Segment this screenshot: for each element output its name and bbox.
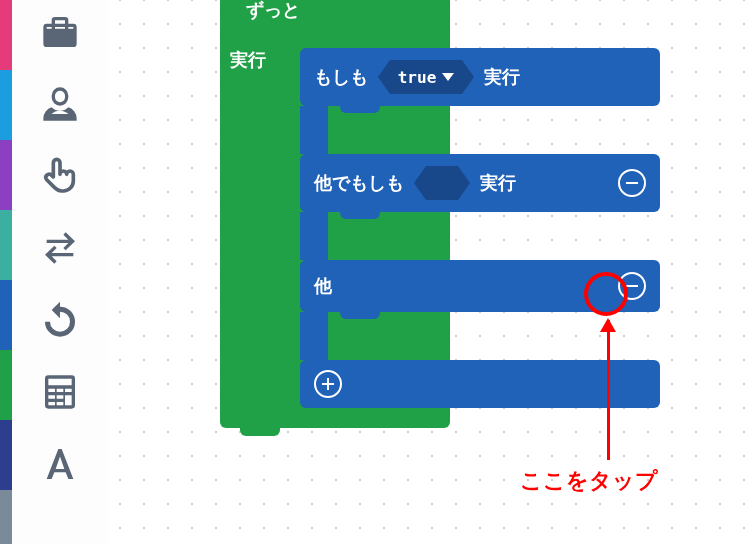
if-else-block[interactable]: もしも true 実行 他でもしも 実行 (300, 48, 660, 408)
else-header[interactable]: 他 (300, 260, 660, 312)
swap-icon[interactable] (38, 226, 82, 270)
elseif-label: 他でもしも (314, 171, 404, 195)
if-body-slot[interactable] (300, 106, 660, 154)
remove-else-button[interactable] (618, 272, 646, 300)
loop-exec-label: 実行 (230, 48, 266, 72)
else-label: 他 (314, 274, 332, 298)
calculator-icon[interactable] (38, 370, 82, 414)
if-footer[interactable] (300, 360, 660, 408)
elseif-header[interactable]: 他でもしも 実行 (300, 154, 660, 212)
strip-seg (0, 140, 12, 210)
toolbox-icon[interactable] (38, 10, 82, 54)
blocks-canvas[interactable]: ずっと 実行 もしも true 実行 他でもしも 実行 (210, 0, 730, 490)
toolbox-sidebar (12, 0, 108, 544)
condition-value: true (398, 68, 437, 87)
strip-seg (0, 280, 12, 350)
exec-label: 実行 (484, 65, 520, 89)
condition-input-true[interactable]: true (378, 60, 474, 94)
block-connector-tab (240, 426, 280, 436)
condition-input-empty[interactable] (414, 166, 470, 200)
dropdown-icon (442, 73, 454, 81)
elseif-body-slot[interactable] (300, 212, 660, 260)
if-header[interactable]: もしも true 実行 (300, 48, 660, 106)
else-body-slot[interactable] (300, 312, 660, 360)
pointer-icon[interactable] (38, 154, 82, 198)
text-icon[interactable] (38, 442, 82, 486)
workspace[interactable]: ずっと 実行 もしも true 実行 他でもしも 実行 (0, 0, 754, 544)
loop-header-label: ずっと (232, 0, 440, 22)
strip-seg (0, 0, 12, 70)
category-color-strip (0, 0, 12, 544)
strip-seg (0, 420, 12, 490)
annotation-label: ここをタップ (520, 466, 658, 496)
astronaut-icon[interactable] (38, 82, 82, 126)
strip-seg (0, 490, 12, 544)
if-label: もしも (314, 65, 368, 89)
remove-elseif-button[interactable] (618, 169, 646, 197)
strip-seg (0, 350, 12, 420)
elseif-exec-label: 実行 (480, 171, 516, 195)
undo-icon[interactable] (38, 298, 82, 342)
strip-seg (0, 210, 12, 280)
add-branch-button[interactable] (314, 370, 342, 398)
strip-seg (0, 70, 12, 140)
